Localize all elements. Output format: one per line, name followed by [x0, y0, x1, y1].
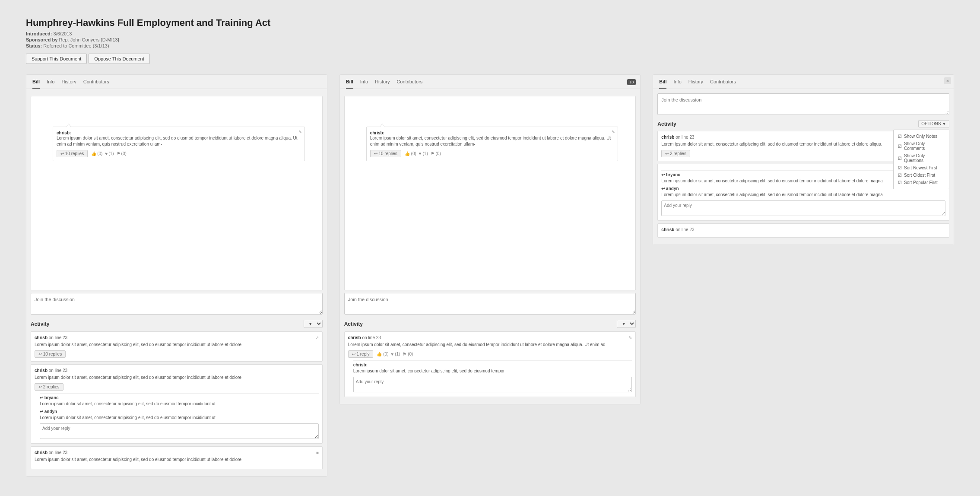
- panel-3-tabs: Bill Info History Contributors: [653, 75, 954, 89]
- vote-flag-2[interactable]: ⚑ (0): [431, 151, 441, 156]
- reply-input-3-1[interactable]: [661, 200, 945, 216]
- tab-contributors-2[interactable]: Contributors: [396, 79, 422, 89]
- replies-btn-3-1[interactable]: ↩ 2 replies: [661, 150, 690, 157]
- tab-bill-2[interactable]: Bill: [346, 79, 353, 89]
- annotation-actions-2: ↩ 10 replies 👍 (0) ♥ (1) ⚑ (0): [370, 150, 615, 157]
- option-newest[interactable]: ☑ Sort Newest First: [894, 164, 949, 172]
- comment-item-2-1: chrisb on line 23 ✎ Lorem ipsum dolor si…: [344, 331, 636, 397]
- panel-3-body: Activity OPTIONS ▼ ☑ Show Only Notes ☑ S…: [653, 89, 954, 245]
- oppose-button[interactable]: Oppose This Document: [89, 54, 149, 64]
- comment-header-1-2: chrisb on line 23: [35, 368, 319, 373]
- option-show-notes[interactable]: ☑ Show Only Notes: [894, 133, 949, 140]
- tab-bill-3[interactable]: Bill: [659, 79, 666, 89]
- discussion-input-1[interactable]: [31, 293, 323, 315]
- comment-item-3-3: chrisb on line 23: [657, 223, 949, 238]
- badge-2: 18: [627, 79, 636, 85]
- replies-btn-1-1[interactable]: ↩ 10 replies: [35, 350, 66, 358]
- tab-info-1[interactable]: Info: [47, 79, 54, 89]
- annotation-replies-btn-1[interactable]: ↩ 10 replies: [57, 150, 88, 157]
- discussion-input-wrap-2: [344, 293, 636, 315]
- comment-item-1-1: chrisb on line 23 ↗ Lorem ipsum dolor si…: [31, 331, 323, 362]
- comment-header-2-1: chrisb on line 23 ✎: [348, 335, 632, 340]
- annotation-box-1: ✎ chrisb: Lorem ipsum dolor sit amet, co…: [53, 127, 305, 161]
- activity-header-3: Activity OPTIONS ▼ ☑ Show Only Notes ☑ S…: [657, 120, 949, 127]
- comment-header-3-3: chrisb on line 23: [661, 227, 945, 232]
- reply-input-2-1[interactable]: [353, 377, 632, 392]
- annotation-replies-btn-2[interactable]: ↩ 10 replies: [370, 150, 401, 157]
- tab-contributors-3[interactable]: Contributors: [710, 79, 736, 89]
- option-show-comments[interactable]: ☑ Show Only Comments: [894, 140, 949, 152]
- vote-up-2-1[interactable]: 👍 (0): [377, 352, 388, 356]
- panel-2: 18 Bill Info History Contributors ✎ chri…: [339, 74, 641, 404]
- panel-1: Bill Info History Contributors ✎ chrisb:…: [26, 74, 327, 477]
- sort-icon-popular: ☑: [898, 180, 902, 185]
- panel-1-body: ✎ chrisb: Lorem ipsum dolor sit amet, co…: [26, 89, 327, 476]
- activity-dropdown-1[interactable]: ▼: [304, 320, 323, 328]
- panels-container: Bill Info History Contributors ✎ chrisb:…: [26, 74, 954, 477]
- nested-item-bryanc-1: ↩ bryanc Lorem ipsum dolor sit amet, con…: [40, 395, 319, 407]
- activity-header-1: Activity ▼: [31, 320, 323, 328]
- close-button-3[interactable]: ×: [944, 77, 951, 84]
- tab-history-2[interactable]: History: [375, 79, 390, 89]
- options-dropdown-btn-3[interactable]: OPTIONS ▼: [918, 120, 949, 127]
- vote-like-2[interactable]: ♥ (1): [419, 151, 428, 156]
- vote-up-1[interactable]: 👍 (0): [91, 151, 102, 156]
- action-buttons: Support This Document Oppose This Docume…: [26, 54, 954, 64]
- vote-actions-2: 👍 (0) ♥ (1) ⚑ (0): [405, 151, 441, 156]
- annotation-box-2: ✎ chrisb: Lorem ipsum dolor sit amet, co…: [366, 127, 618, 161]
- tab-info-2[interactable]: Info: [360, 79, 368, 89]
- vote-flag-1[interactable]: ⚑ (0): [117, 151, 127, 156]
- page-header: Humphrey-Hawkins Full Employment and Tra…: [26, 17, 954, 64]
- bill-text-area-2: ✎ chrisb: Lorem ipsum dolor sit amet, co…: [344, 96, 636, 290]
- tab-history-1[interactable]: History: [61, 79, 76, 89]
- activity-dropdown-2[interactable]: ▼: [617, 320, 636, 328]
- reply-btn-2-1[interactable]: ↩ 1 reply: [348, 350, 374, 358]
- nested-item-andyn-1: ↩ andyn Lorem ipsum dolor sit amet, cons…: [40, 409, 319, 421]
- vote-actions-1: 👍 (0) ♥ (1) ⚑ (0): [91, 151, 127, 156]
- like-icon-1: ♥: [105, 151, 108, 156]
- support-button[interactable]: Support This Document: [26, 54, 87, 64]
- share-icon-1-1[interactable]: ↗: [315, 335, 319, 340]
- discussion-input-wrap-1: [31, 293, 323, 315]
- reply-icon-1: ↩: [60, 151, 64, 156]
- tab-contributors-1[interactable]: Contributors: [83, 79, 109, 89]
- reply-input-1-2[interactable]: [40, 423, 319, 439]
- share-icon-1-3[interactable]: ■: [312, 450, 319, 455]
- tab-history-3[interactable]: History: [688, 79, 703, 89]
- panel-3: × Bill Info History Contributors Activit…: [653, 74, 954, 245]
- flag-icon-1: ⚑: [117, 151, 121, 156]
- edit-icon-2-1[interactable]: ✎: [628, 335, 632, 340]
- vote-up-2[interactable]: 👍 (0): [405, 151, 416, 156]
- sort-icon-oldest: ☑: [898, 173, 902, 178]
- vote-flag-2-1[interactable]: ⚑ (0): [403, 352, 413, 356]
- sponsored-meta: Sponsored by Rep. John Conyers [D-MI13]: [26, 37, 954, 42]
- activity-header-2: Activity ▼: [344, 320, 636, 328]
- discussion-input-wrap-3: [657, 93, 949, 116]
- option-show-questions[interactable]: ☑ Show Only Questions: [894, 152, 949, 164]
- annotation-actions-1: ↩ 10 replies 👍 (0) ♥ (1): [57, 150, 301, 157]
- discussion-input-2[interactable]: [344, 293, 636, 315]
- nested-comments-1-2: ↩ bryanc Lorem ipsum dolor sit amet, con…: [40, 393, 319, 440]
- tab-bill-1[interactable]: Bill: [32, 79, 40, 89]
- annotation-area: ✎ chrisb: Lorem ipsum dolor sit amet, co…: [31, 96, 322, 161]
- option-oldest[interactable]: ☑ Sort Oldest First: [894, 172, 949, 179]
- edit-icon-1[interactable]: ✎: [298, 130, 302, 134]
- comment-item-1-3: chrisb on line 23 ■ Lorem ipsum dolor si…: [31, 446, 323, 469]
- panel-2-body: ✎ chrisb: Lorem ipsum dolor sit amet, co…: [340, 89, 641, 404]
- comment-2-1-actions: ↩ 1 reply 👍 (0) ♥ (1) ⚑ (0): [348, 350, 632, 358]
- comment-icon: ☑: [898, 144, 902, 149]
- comment-header-1-3: chrisb on line 23 ■: [35, 450, 319, 455]
- introduced-meta: Introduced: 3/6/2013: [26, 31, 954, 36]
- note-icon: ☑: [898, 134, 902, 139]
- status-meta: Status: Referred to Committee (3/1/13): [26, 43, 954, 48]
- question-icon: ☑: [898, 156, 902, 161]
- replies-btn-1-2[interactable]: ↩ 2 replies: [35, 383, 63, 391]
- vote-like-2-1[interactable]: ♥ (1): [391, 352, 400, 356]
- nested-chrisb-2: chrisb: Lorem ipsum dolor sit amet, cons…: [353, 360, 632, 393]
- tab-info-3[interactable]: Info: [673, 79, 681, 89]
- option-popular[interactable]: ☑ Sort Popular First: [894, 179, 949, 186]
- annotation-area-2: ✎ chrisb: Lorem ipsum dolor sit amet, co…: [345, 96, 636, 161]
- discussion-input-3[interactable]: [657, 93, 949, 115]
- edit-icon-2[interactable]: ✎: [612, 130, 615, 134]
- vote-like-1[interactable]: ♥ (1): [105, 151, 114, 156]
